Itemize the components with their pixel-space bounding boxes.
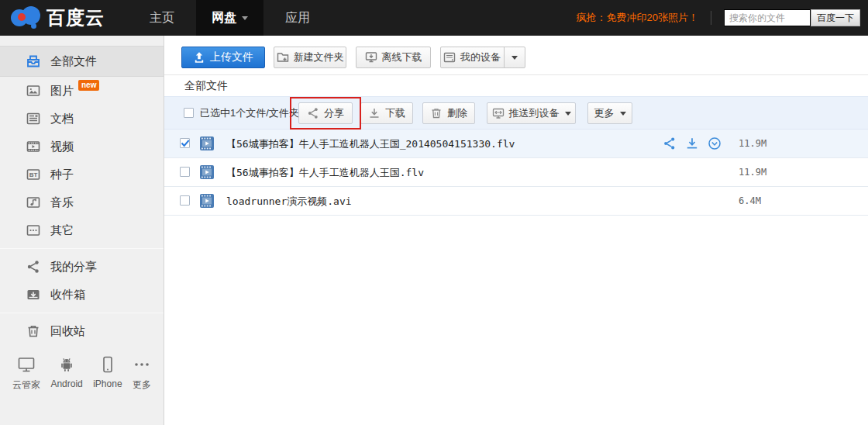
more-button[interactable]: 更多: [587, 102, 632, 124]
sidebar-item-my-shares[interactable]: 我的分享: [0, 253, 164, 281]
svg-text:BT: BT: [29, 171, 38, 178]
video-file-icon: [200, 194, 214, 208]
nav-home[interactable]: 主页: [136, 0, 188, 36]
navbar-divider: [711, 11, 711, 25]
nav-netdisk-label: 网盘: [212, 10, 236, 26]
my-devices-dropdown[interactable]: [504, 47, 525, 67]
push-to-device-button[interactable]: 推送到设备: [487, 102, 576, 124]
file-size: 11.9M: [739, 167, 766, 178]
my-devices-label: 我的设备: [460, 50, 501, 64]
delete-label: 删除: [447, 106, 467, 120]
file-size: 11.9M: [739, 138, 766, 149]
sidebar-item-label: 种子: [50, 168, 74, 182]
video-file-icon: [200, 136, 214, 150]
file-row[interactable]: loadrunner演示视频.avi 6.4M: [164, 187, 868, 216]
file-name[interactable]: 【56城事拍客】牛人手工造机器人王国.flv: [226, 166, 424, 180]
row-share-icon[interactable]: [663, 136, 677, 150]
new-folder-icon: [277, 51, 289, 64]
upload-icon: [193, 51, 205, 64]
file-name[interactable]: loadrunner演示视频.avi: [226, 195, 352, 209]
top-navbar: 百度云 主页 网盘 应用 疯抢：免费冲印20张照片！ 百度一下: [0, 0, 868, 36]
new-folder-button[interactable]: 新建文件夹: [274, 47, 346, 68]
inbox-icon: [26, 287, 41, 302]
upload-file-label: 上传文件: [210, 50, 253, 64]
sidebar-item-music[interactable]: 音乐: [0, 188, 164, 216]
row-checkbox[interactable]: [180, 167, 190, 177]
sidebar-item-label: 我的分享: [50, 260, 97, 275]
new-folder-label: 新建文件夹: [294, 50, 344, 64]
app-label: 更多: [133, 378, 151, 392]
trash-icon: [26, 323, 41, 339]
app-label: iPhone: [93, 378, 122, 389]
share-button[interactable]: 分享: [298, 102, 353, 124]
baidu-cloud-page: 百度云 主页 网盘 应用 疯抢：免费冲印20张照片！ 百度一下 全部文件: [0, 0, 868, 425]
baidu-cloud-logo[interactable]: 百度云: [11, 5, 105, 30]
row-download-icon[interactable]: [685, 136, 699, 150]
search-button[interactable]: 百度一下: [811, 9, 860, 26]
sidebar-item-label: 图片: [50, 84, 74, 98]
app-cloud-manager[interactable]: 云管家: [12, 355, 40, 392]
promo-link[interactable]: 疯抢：免费冲印20张照片！: [577, 11, 698, 25]
my-devices-button[interactable]: 我的设备: [440, 47, 525, 68]
share-icon: [26, 259, 41, 275]
row-more-circle-icon[interactable]: [708, 136, 722, 150]
android-icon: [57, 355, 76, 374]
search-box: 百度一下: [724, 9, 860, 26]
app-iphone[interactable]: iPhone: [93, 355, 122, 392]
app-label: Android: [50, 378, 82, 389]
trash-icon: [430, 107, 443, 119]
caret-down-icon: [620, 112, 626, 119]
selection-count-text: 已选中1个文件/文件夹: [200, 106, 299, 120]
images-icon: [26, 83, 41, 98]
all-files-icon: [26, 54, 41, 69]
row-checkbox-checked[interactable]: [180, 138, 190, 148]
search-input[interactable]: [724, 9, 811, 26]
sidebar-item-torrents[interactable]: BT 种子: [0, 161, 164, 188]
file-row[interactable]: 【56城事拍客】牛人手工造机器人王国_20140504151330.flv 11…: [164, 130, 868, 158]
phone-icon: [98, 355, 117, 374]
docs-icon: [26, 111, 41, 126]
delete-button[interactable]: 删除: [422, 102, 475, 124]
monitor-icon: [17, 355, 36, 374]
nav-apps[interactable]: 应用: [271, 0, 324, 36]
ellipsis-box-icon: [26, 223, 41, 238]
sidebar-item-inbox[interactable]: 收件箱: [0, 281, 164, 309]
file-row[interactable]: 【56城事拍客】牛人手工造机器人王国.flv 11.9M: [164, 158, 868, 187]
sidebar-item-label: 其它: [50, 223, 74, 238]
app-label: 云管家: [12, 378, 40, 392]
sidebar-item-label: 视频: [50, 140, 74, 154]
sidebar-item-label: 全部文件: [50, 54, 97, 69]
sidebar-item-label: 收件箱: [50, 288, 85, 302]
app-android[interactable]: Android: [50, 355, 82, 392]
sidebar-item-docs[interactable]: 文档: [0, 105, 164, 133]
caret-down-icon: [565, 112, 571, 119]
sidebar-divider: [0, 313, 164, 313]
sidebar-item-recycle-bin[interactable]: 回收站: [0, 317, 164, 345]
offline-download-button[interactable]: 离线下载: [356, 47, 431, 68]
sidebar-item-images[interactable]: 图片 new: [0, 77, 164, 105]
sidebar-item-other[interactable]: 其它: [0, 216, 164, 244]
file-name[interactable]: 【56城事拍客】牛人手工造机器人王国_20140504151330.flv: [226, 137, 515, 151]
app-more[interactable]: 更多: [133, 355, 151, 392]
logo-text: 百度云: [46, 5, 105, 30]
share-icon: [307, 107, 319, 119]
sidebar-item-label: 音乐: [50, 195, 74, 210]
cloud-logo-icon: [11, 6, 40, 29]
nav-netdisk[interactable]: 网盘: [196, 0, 264, 36]
download-label: 下载: [385, 106, 405, 120]
row-checkbox[interactable]: [180, 195, 190, 206]
sidebar-item-videos[interactable]: 视频: [0, 133, 164, 161]
download-button[interactable]: 下载: [360, 102, 413, 124]
offline-download-icon: [365, 51, 377, 64]
music-icon: [26, 195, 41, 210]
main-content: 上传文件 新建文件夹 离线下载 我的设备: [164, 36, 868, 425]
sidebar-divider: [0, 248, 164, 249]
my-devices-icon: [443, 51, 456, 64]
upload-file-button[interactable]: 上传文件: [181, 47, 265, 68]
select-all-checkbox[interactable]: [184, 108, 194, 118]
file-size: 6.4M: [739, 195, 761, 206]
selection-toolbar: 已选中1个文件/文件夹 分享 下载 删除: [164, 96, 868, 130]
sidebar-item-all-files[interactable]: 全部文件: [0, 46, 164, 77]
sidebar-item-label: 回收站: [50, 324, 85, 339]
caret-down-icon: [512, 56, 518, 63]
